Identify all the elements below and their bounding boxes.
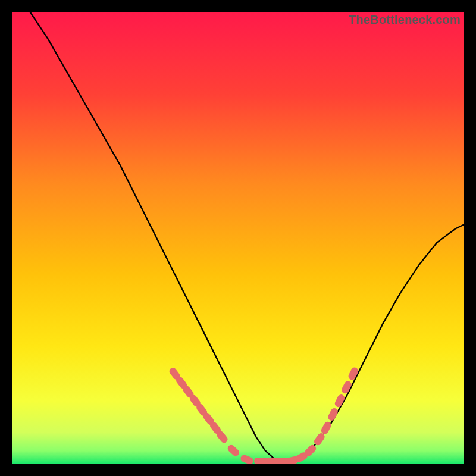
gradient-background [12, 12, 464, 464]
chart-frame: TheBottleneck.com [12, 12, 464, 464]
chart-svg [12, 12, 464, 464]
watermark-text: TheBottleneck.com [349, 13, 461, 27]
